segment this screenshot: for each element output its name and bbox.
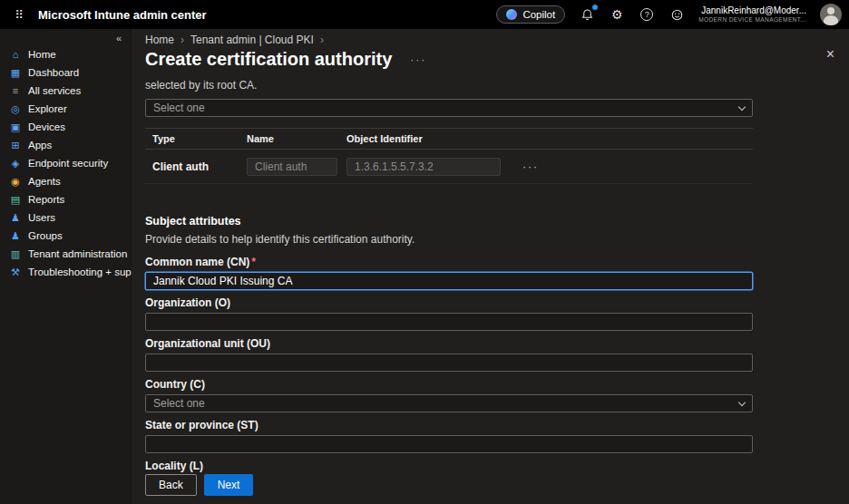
table-row: Client auth ··· xyxy=(145,150,753,184)
sidebar-item-all-services[interactable]: ≡ All services xyxy=(0,82,131,100)
eku-oid-input xyxy=(346,158,501,176)
shield-icon: ◈ xyxy=(9,158,22,170)
home-icon: ⌂ xyxy=(9,49,22,60)
organizational-unit-input[interactable] xyxy=(145,354,753,372)
state-province-label: State or province (ST) xyxy=(145,420,753,431)
notifications-icon[interactable] xyxy=(579,6,595,23)
title-row: Create certification authority ··· xyxy=(145,49,753,70)
sidebar-item-tenant-administration[interactable]: ▥ Tenant administration xyxy=(0,245,131,263)
organization-input[interactable] xyxy=(145,313,753,331)
row-more-options-icon[interactable]: ··· xyxy=(522,160,539,173)
organization-label: Organization (O) xyxy=(145,297,753,309)
page-title: Create certification authority xyxy=(145,49,392,70)
wizard-footer: Back Next xyxy=(145,474,253,496)
sidebar-item-label: Users xyxy=(28,212,55,223)
sidebar-item-label: Groups xyxy=(28,230,63,241)
sidebar-item-label: Endpoint security xyxy=(28,158,108,169)
eku-select[interactable]: Select one xyxy=(145,99,753,117)
sidebar-item-explorer[interactable]: ◎ Explorer xyxy=(0,100,131,118)
intro-text: selected by its root CA. xyxy=(145,79,753,92)
sidebar-item-label: Home xyxy=(28,49,56,60)
common-name-label: Common name (CN)* xyxy=(145,257,753,268)
help-glyph: ? xyxy=(640,8,653,21)
notification-badge xyxy=(591,4,599,11)
section-description: Provide details to help identify this ce… xyxy=(145,233,753,246)
breadcrumb-tenant-admin-cloud-pki[interactable]: Tenant admin | Cloud PKI xyxy=(190,34,314,46)
column-header-oid: Object Identifier xyxy=(346,133,510,144)
topbar: ⠿ Microsoft Intune admin center Copilot … xyxy=(0,0,849,29)
feedback-icon[interactable] xyxy=(668,6,685,23)
sidebar-item-label: Apps xyxy=(28,140,52,150)
column-header-name: Name xyxy=(247,133,346,144)
topbar-actions: Copilot ⚙ ? JannikReinhard@Moder... MODE… xyxy=(496,4,842,25)
sidebar-item-home[interactable]: ⌂ Home xyxy=(0,45,131,63)
breadcrumb: Home › Tenant admin | Cloud PKI › xyxy=(145,29,753,46)
chevron-down-icon xyxy=(738,102,746,110)
country-select[interactable]: Select one xyxy=(145,394,753,412)
eku-type-cell: Client auth xyxy=(145,160,247,173)
explorer-icon: ◎ xyxy=(9,103,22,115)
reports-icon: ▤ xyxy=(9,194,22,206)
dashboard-icon: ▦ xyxy=(9,67,22,79)
sidebar-item-groups[interactable]: ♟ Groups xyxy=(0,227,131,245)
panel-content: Home › Tenant admin | Cloud PKI › Create… xyxy=(145,29,753,472)
group-icon: ♟ xyxy=(9,230,22,242)
account-org: MODERN DEVICE MANAGEMENT... xyxy=(698,16,806,24)
common-name-input[interactable] xyxy=(145,272,753,290)
app-title: Microsoft Intune admin center xyxy=(38,8,207,22)
all-services-icon: ≡ xyxy=(9,85,22,96)
more-options-icon[interactable]: ··· xyxy=(410,53,426,66)
account-name: JannikReinhard@Moder... xyxy=(698,5,806,16)
apps-icon: ⊞ xyxy=(9,140,22,151)
required-marker: * xyxy=(251,256,256,268)
sidebar-item-label: Explorer xyxy=(28,103,67,114)
sidebar-item-label: Dashboard xyxy=(28,67,79,78)
eku-name-input xyxy=(247,158,337,176)
eku-select-value: Select one xyxy=(153,102,205,114)
chevron-down-icon xyxy=(738,398,746,405)
common-name-label-text: Common name (CN) xyxy=(145,256,249,268)
breadcrumb-home[interactable]: Home xyxy=(145,34,174,46)
locality-label: Locality (L) xyxy=(145,460,753,472)
sidebar-item-users[interactable]: ♟ Users xyxy=(0,208,131,227)
sidebar-item-label: Reports xyxy=(28,194,64,205)
help-icon[interactable]: ? xyxy=(639,6,655,23)
agents-icon: ◉ xyxy=(9,176,22,188)
sidebar-item-label: Tenant administration xyxy=(28,248,127,259)
eku-table: Type Name Object Identifier Client auth … xyxy=(145,128,753,184)
avatar[interactable] xyxy=(820,4,842,25)
sidebar-item-apps[interactable]: ⊞ Apps xyxy=(0,136,131,154)
wrench-icon: ⚒ xyxy=(9,267,22,278)
sidebar-item-endpoint-security[interactable]: ◈ Endpoint security xyxy=(0,154,131,172)
copilot-icon xyxy=(506,9,517,20)
sidebar-item-dashboard[interactable]: ▦ Dashboard xyxy=(0,63,131,82)
sidebar-item-troubleshooting[interactable]: ⚒ Troubleshooting + support xyxy=(0,263,131,281)
sidebar-item-agents[interactable]: ◉ Agents xyxy=(0,172,131,190)
close-icon[interactable]: × xyxy=(826,47,834,62)
state-province-input[interactable] xyxy=(145,435,753,453)
account-info[interactable]: JannikReinhard@Moder... MODERN DEVICE MA… xyxy=(698,5,806,24)
sidebar-item-reports[interactable]: ▤ Reports xyxy=(0,190,131,208)
organizational-unit-label: Organizational unit (OU) xyxy=(145,338,753,350)
sidebar-item-label: All services xyxy=(28,85,81,96)
sidebar-item-label: Devices xyxy=(28,121,65,132)
back-button[interactable]: Back xyxy=(145,474,197,496)
sidebar: « ⌂ Home ▦ Dashboard ≡ All services ◎ Ex… xyxy=(0,29,132,504)
column-header-type: Type xyxy=(145,133,247,144)
table-header-row: Type Name Object Identifier xyxy=(145,128,753,150)
country-select-value: Select one xyxy=(153,397,205,410)
country-label: Country (C) xyxy=(145,379,753,391)
user-icon: ♟ xyxy=(9,212,22,224)
settings-gear-icon[interactable]: ⚙ xyxy=(609,6,625,23)
app-launcher-icon[interactable]: ⠿ xyxy=(0,0,38,29)
sidebar-collapse-icon[interactable]: « xyxy=(0,29,131,45)
section-title: Subject attributes xyxy=(145,215,753,228)
chevron-right-icon: › xyxy=(181,34,184,46)
create-ca-panel: × Home › Tenant admin | Cloud PKI › Crea… xyxy=(132,29,849,504)
sidebar-item-devices[interactable]: ▣ Devices xyxy=(0,118,131,136)
copilot-button[interactable]: Copilot xyxy=(496,5,565,24)
copilot-label: Copilot xyxy=(522,9,555,20)
next-button[interactable]: Next xyxy=(204,474,254,496)
tenant-administration-icon: ▥ xyxy=(9,248,22,260)
chevron-right-icon: › xyxy=(320,34,324,46)
